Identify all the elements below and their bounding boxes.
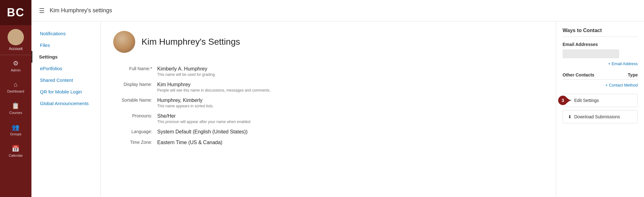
sub-nav-item-eportfolios[interactable]: ePortfolios [31,63,100,74]
sidebar-item-label-dashboard: Dashboard [7,89,24,93]
field-label-1: Display Name: [113,78,157,88]
sub-nav-item-settings[interactable]: Settings [31,51,100,63]
admin-icon: ⚙ [13,59,19,67]
courses-icon: 📋 [12,102,19,110]
field-value-cell-1: Kim HumphreyPeople will see this name in… [157,78,543,94]
page-header-title: Kim Humphrey's settings [50,7,112,14]
settings-fields: Full Name:*Kimberly A. HumphreyThis name… [113,62,543,147]
field-label-5: Time Zone: [113,136,157,146]
email-value-block [563,49,619,58]
sidebar-item-courses[interactable]: 📋 Courses [7,98,24,119]
user-avatar [113,31,135,53]
field-label-4: Language: [113,125,157,135]
top-header: ☰ Kim Humphrey's settings [31,0,644,21]
left-sidebar: BC Account ⚙ Admin ⌂ Dashboard 📋 Courses… [0,0,31,197]
right-panel: Ways to Contact Email Addresses + Email … [556,21,644,197]
sub-nav-item-shared_content[interactable]: Shared Content [31,74,100,86]
field-hint-1: People will see this name in discussions… [157,88,543,93]
hamburger-icon[interactable]: ☰ [39,7,45,14]
settings-main: Kim Humphrey's Settings Full Name:*Kimbe… [101,21,556,197]
field-value-cell-4: System Default (English (United States)) [157,125,543,136]
field-value-cell-0: Kimberly A. HumphreyThis name will be us… [157,62,543,78]
sidebar-item-label-courses: Courses [9,111,22,115]
sidebar-item-label-admin: Admin [11,68,20,72]
field-value-5: Eastern Time (US & Canada) [157,140,543,145]
avatar [8,29,24,45]
account-section[interactable]: Account [0,25,31,55]
field-value-cell-2: Humphrey, KimberlyThis name appears in s… [157,94,543,110]
sub-nav-item-files[interactable]: Files [31,39,100,51]
edit-settings-wrapper: 3 ✏ Edit Settings [563,94,638,107]
calendar-icon: 📅 [12,145,19,152]
field-label-3: Pronouns: [113,110,157,120]
field-hint-0: This name will be used for grading. [157,72,543,77]
other-contacts-label: Other Contacts [563,72,594,77]
field-value-2: Humphrey, Kimberly [157,98,543,103]
sidebar-nav: ⚙ Admin ⌂ Dashboard 📋 Courses 👥 Groups 📅… [7,55,24,162]
field-label-0: Full Name:* [113,62,157,72]
step-badge: 3 [558,96,568,105]
sidebar-item-groups[interactable]: 👥 Groups [7,119,24,140]
account-label: Account [9,47,22,51]
field-hint-2: This name appears in sorted lists. [157,104,543,108]
ways-to-contact-title: Ways to Contact [563,28,638,37]
sub-nav-item-qr_mobile[interactable]: QR for Mobile Login [31,86,100,98]
email-section-label: Email Addresses [563,42,638,47]
download-submissions-label: Download Submissions [574,114,620,119]
sub-nav: NotificationsFilesSettingsePortfoliosSha… [31,21,101,197]
settings-header: Kim Humphrey's Settings [113,31,543,53]
app-logo: BC [0,0,31,25]
main-wrapper: ☰ Kim Humphrey's settings NotificationsF… [31,0,644,197]
field-value-3: She/Her [157,113,543,119]
sidebar-item-label-groups: Groups [10,132,21,136]
field-value-1: Kim Humphrey [157,82,543,87]
sub-nav-item-global_announcements[interactable]: Global Announcements [31,98,100,109]
settings-title: Kim Humphrey's Settings [142,37,240,47]
sidebar-item-dashboard[interactable]: ⌂ Dashboard [7,76,24,98]
add-email-link[interactable]: + Email Address [563,61,638,66]
sidebar-item-admin[interactable]: ⚙ Admin [7,55,24,76]
field-label-2: Sortable Name: [113,94,157,104]
field-hint-3: This pronoun will appear after your name… [157,120,543,124]
dashboard-icon: ⌂ [14,81,18,88]
download-submissions-button[interactable]: ⬇ Download Submissions [563,110,638,123]
groups-icon: 👥 [12,123,19,131]
download-icon: ⬇ [568,114,572,119]
field-value-cell-3: She/HerThis pronoun will appear after yo… [157,110,543,125]
sub-nav-item-notifications[interactable]: Notifications [31,28,100,39]
edit-settings-button[interactable]: ✏ Edit Settings [563,94,638,107]
add-contact-link[interactable]: + Contact Method [563,83,638,87]
edit-settings-label: Edit Settings [574,98,599,103]
other-contacts-header: Other Contacts Type [563,72,638,80]
field-value-0: Kimberly A. Humphrey [157,66,543,72]
field-value-cell-5: Eastern Time (US & Canada) [157,136,543,147]
sidebar-item-calendar[interactable]: 📅 Calendar [7,140,24,162]
content-body: NotificationsFilesSettingsePortfoliosSha… [31,21,644,197]
field-value-4: System Default (English (United States)) [157,129,543,135]
type-label: Type [628,72,638,77]
sidebar-item-label-calendar: Calendar [9,154,23,157]
